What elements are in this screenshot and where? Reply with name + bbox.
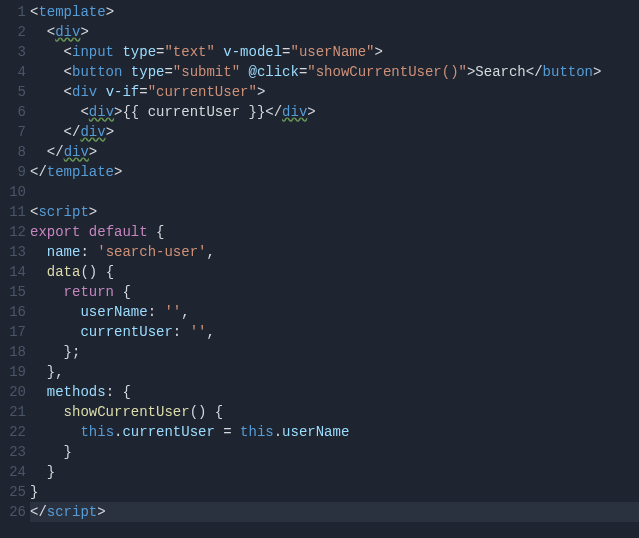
- code-token: type: [122, 44, 156, 60]
- line-number: 8: [0, 142, 26, 162]
- code-line[interactable]: };: [30, 342, 639, 362]
- code-token: 'search-user': [97, 244, 206, 260]
- code-token: [30, 284, 64, 300]
- code-token: ,: [206, 244, 214, 260]
- code-token: <: [64, 44, 72, 60]
- code-token: [30, 64, 64, 80]
- code-line[interactable]: </template>: [30, 162, 639, 182]
- code-editor[interactable]: 1234567891011121314151617181920212223242…: [0, 0, 639, 538]
- code-token: }: [30, 484, 38, 500]
- code-line[interactable]: return {: [30, 282, 639, 302]
- code-token: button: [543, 64, 593, 80]
- code-token: =: [223, 424, 231, 440]
- code-line[interactable]: [30, 182, 639, 202]
- code-token: '': [190, 324, 207, 340]
- code-token: >: [89, 144, 97, 160]
- code-token: [30, 404, 64, 420]
- code-token: "text": [164, 44, 214, 60]
- line-number: 21: [0, 402, 26, 422]
- code-line[interactable]: userName: '',: [30, 302, 639, 322]
- code-token: }: [47, 464, 55, 480]
- code-line[interactable]: <input type="text" v-model="userName">: [30, 42, 639, 62]
- code-token: [232, 424, 240, 440]
- code-line[interactable]: },: [30, 362, 639, 382]
- code-token: </: [526, 64, 543, 80]
- code-line[interactable]: currentUser: '',: [30, 322, 639, 342]
- code-line[interactable]: }: [30, 442, 639, 462]
- line-number: 13: [0, 242, 26, 262]
- code-line[interactable]: data() {: [30, 262, 639, 282]
- code-token: [30, 124, 64, 140]
- code-line[interactable]: <div>{{ currentUser }}</div>: [30, 102, 639, 122]
- code-line[interactable]: </script>: [30, 502, 639, 522]
- code-token: name: [47, 244, 81, 260]
- code-token: '': [164, 304, 181, 320]
- code-token: [30, 384, 47, 400]
- code-token: [97, 84, 105, 100]
- code-token: v-if: [106, 84, 140, 100]
- code-token: [215, 424, 223, 440]
- code-token: >: [106, 4, 114, 20]
- code-line[interactable]: <template>: [30, 2, 639, 22]
- code-token: ,: [181, 304, 189, 320]
- code-token: :: [80, 244, 88, 260]
- code-token: userName: [282, 424, 349, 440]
- code-token: },: [47, 364, 64, 380]
- code-token: methods: [47, 384, 106, 400]
- code-line[interactable]: <button type="submit" @click="showCurren…: [30, 62, 639, 82]
- code-token: script: [38, 204, 88, 220]
- code-token: [30, 304, 80, 320]
- code-token: [30, 24, 47, 40]
- line-number: 18: [0, 342, 26, 362]
- line-number: 22: [0, 422, 26, 442]
- code-token: {: [215, 404, 223, 420]
- code-token: userName: [80, 304, 147, 320]
- code-token: [30, 364, 47, 380]
- code-area[interactable]: <template> <div> <input type="text" v-mo…: [30, 0, 639, 538]
- code-token: </: [30, 164, 47, 180]
- code-token: template: [38, 4, 105, 20]
- code-token: div: [55, 24, 80, 40]
- line-number: 16: [0, 302, 26, 322]
- code-line[interactable]: methods: {: [30, 382, 639, 402]
- code-token: </: [30, 504, 47, 520]
- code-token: data: [47, 264, 81, 280]
- code-token: <: [80, 104, 88, 120]
- code-token: [181, 324, 189, 340]
- code-token: }: [64, 444, 72, 460]
- code-line[interactable]: showCurrentUser() {: [30, 402, 639, 422]
- line-number: 12: [0, 222, 26, 242]
- code-token: export: [30, 224, 80, 240]
- line-number: 17: [0, 322, 26, 342]
- code-token: [30, 324, 80, 340]
- code-token: };: [64, 344, 81, 360]
- code-token: template: [47, 164, 114, 180]
- code-line[interactable]: name: 'search-user',: [30, 242, 639, 262]
- code-line[interactable]: this.currentUser = this.userName: [30, 422, 639, 442]
- code-token: input: [72, 44, 114, 60]
- code-token: [30, 464, 47, 480]
- code-token: currentUser: [80, 324, 172, 340]
- code-token: [30, 424, 80, 440]
- code-line[interactable]: <script>: [30, 202, 639, 222]
- code-line[interactable]: <div>: [30, 22, 639, 42]
- code-line[interactable]: }: [30, 482, 639, 502]
- code-token: Search: [475, 64, 525, 80]
- code-line[interactable]: }: [30, 462, 639, 482]
- code-token: "currentUser": [148, 84, 257, 100]
- code-token: {: [122, 384, 130, 400]
- code-line[interactable]: </div>: [30, 122, 639, 142]
- code-line[interactable]: </div>: [30, 142, 639, 162]
- code-token: currentUser: [122, 424, 214, 440]
- code-token: {: [156, 224, 164, 240]
- code-line[interactable]: <div v-if="currentUser">: [30, 82, 639, 102]
- code-token: .: [274, 424, 282, 440]
- code-line[interactable]: export default {: [30, 222, 639, 242]
- line-number: 26: [0, 502, 26, 522]
- code-token: <: [64, 84, 72, 100]
- code-token: [122, 64, 130, 80]
- code-token: :: [173, 324, 181, 340]
- code-token: (): [190, 404, 207, 420]
- code-token: >: [97, 504, 105, 520]
- code-token: v-model: [223, 44, 282, 60]
